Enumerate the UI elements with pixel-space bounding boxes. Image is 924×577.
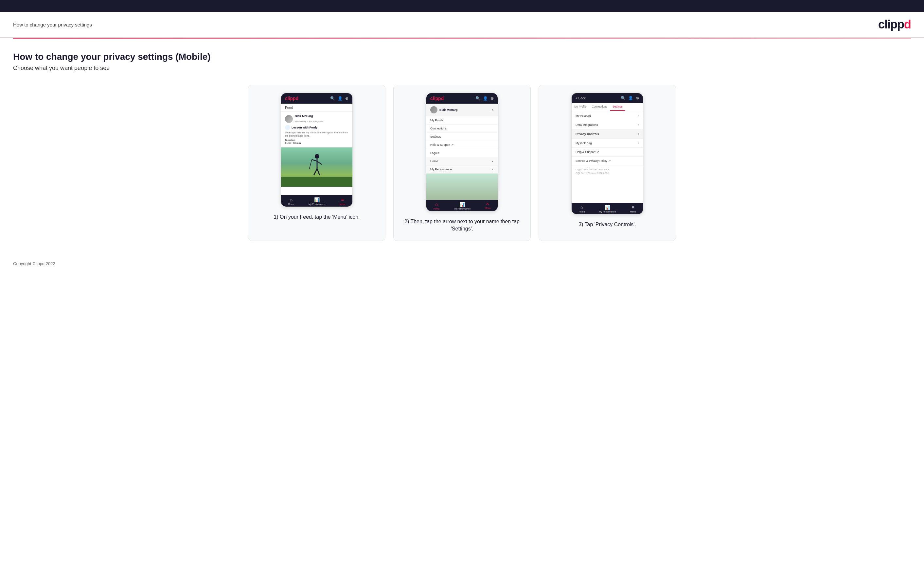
performance-label-1: My Performance [309, 203, 325, 205]
phone-logo-2: clippd [430, 96, 444, 101]
settings-item-account[interactable]: My Account › [572, 111, 643, 120]
menu-item-help: Help & Support ↗ [426, 141, 498, 149]
menu-performance-label: My Performance [430, 168, 452, 171]
footer: Copyright Clippd 2022 [0, 254, 924, 273]
tab-settings[interactable]: Settings [610, 103, 625, 111]
logo: clippd [878, 18, 911, 31]
settings-service-label: Service & Privacy Policy ↗ [575, 159, 611, 163]
tab-myprofile[interactable]: My Profile [572, 103, 589, 111]
svg-line-6 [309, 160, 312, 169]
feed-tab: Feed [281, 104, 352, 112]
phone-mockup-2: clippd 🔍 👤 ⊕ Blair McHarg ∧ [426, 93, 498, 211]
tab-connections[interactable]: Connections [589, 103, 610, 111]
home-label-1: Home [288, 203, 294, 205]
menu-icon-3: ≡ [632, 205, 634, 210]
footer-copyright: Copyright Clippd 2022 [13, 261, 55, 266]
step-caption-1: 1) On your Feed, tap the 'Menu' icon. [273, 213, 360, 221]
header-title: How to change your privacy settings [13, 22, 92, 27]
home-icon-1: ⌂ [290, 197, 292, 202]
search-icon-2: 🔍 [475, 96, 480, 101]
nav-menu-1: ≡ Menu [340, 197, 346, 205]
performance-icon-2: 📊 [459, 202, 465, 207]
menu-item-profile: My Profile [426, 116, 498, 124]
lesson-icon [285, 125, 290, 130]
settings-data-label: Data Integrations [575, 123, 598, 127]
logo-text: clipp [878, 18, 904, 31]
menu-label-1: Menu [340, 203, 346, 205]
nav-home-2: ⌂ Home [433, 202, 440, 210]
phone-bottom-nav-3: ⌂ Home 📊 My Performance ≡ Menu [572, 203, 643, 214]
nav-home-1: ⌂ Home [288, 197, 294, 205]
step-card-1: clippd 🔍 👤 ⊕ Feed Blair McHarg [248, 85, 385, 241]
settings-account-label: My Account [575, 114, 591, 118]
phone-nav-2: clippd 🔍 👤 ⊕ [426, 93, 498, 104]
nav-performance-1: 📊 My Performance [309, 197, 325, 205]
menu-section-performance: My Performance ∨ [426, 165, 498, 174]
menu-user-name: Blair McHarg [439, 108, 458, 111]
post-avatar [285, 115, 293, 123]
settings-item-bag[interactable]: My Golf Bag › [572, 139, 643, 148]
settings-account-chevron: › [638, 114, 639, 118]
performance-label-2: My Performance [454, 208, 470, 210]
search-icon-3: 🔍 [621, 96, 625, 100]
menu-home-chevron: ∨ [491, 160, 494, 163]
phone-mockup-1: clippd 🔍 👤 ⊕ Feed Blair McHarg [281, 93, 353, 207]
menu-icon-1: ≡ [341, 197, 344, 202]
menu-item-connections: Connections [426, 124, 498, 133]
home-label-2: Home [433, 208, 440, 210]
phone-content-3: My Account › Data Integrations › Privacy… [572, 111, 643, 203]
post-meta: Blair McHarg Yesterday · Sunningdale [295, 114, 323, 124]
menu-item-logout: Logout [426, 149, 498, 157]
menu-chevron-up: ∧ [491, 108, 494, 112]
settings-icon-1: ⊕ [345, 96, 349, 101]
phone-mockup-3: < Back 🔍 👤 ⊕ My Profile Connections Sett… [571, 93, 643, 214]
post-name: Blair McHarg [295, 114, 323, 118]
menu-label-3: Menu [630, 211, 636, 213]
nav-performance-2: 📊 My Performance [454, 202, 470, 210]
settings-privacy-label: Privacy Controls [575, 132, 599, 136]
user-icon-3: 👤 [628, 96, 633, 100]
settings-item-help[interactable]: Help & Support ↗ [572, 148, 643, 156]
lesson-title: Lesson with Fordy [292, 126, 318, 129]
phone-bottom-nav-1: ⌂ Home 📊 My Performance ≡ Menu [281, 195, 352, 206]
settings-data-chevron: › [638, 123, 639, 127]
phone-logo-1: clippd [285, 96, 299, 101]
svg-line-4 [314, 169, 317, 175]
settings-help-label: Help & Support ↗ [575, 150, 599, 154]
post-header: Blair McHarg Yesterday · Sunningdale [285, 114, 349, 124]
menu-section: Home ∨ My Performance ∨ [426, 157, 498, 174]
close-icon-2: ✕ [486, 202, 489, 206]
top-bar [0, 0, 924, 12]
performance-icon-3: 📊 [605, 205, 610, 210]
menu-user-row: Blair McHarg ∧ [426, 104, 498, 116]
svg-point-0 [315, 154, 319, 158]
phone-bottom-nav-2: ⌂ Home 📊 My Performance ✕ Menu [426, 200, 498, 211]
main-content: How to change your privacy settings (Mob… [0, 39, 924, 247]
lesson-row: Lesson with Fordy [285, 125, 349, 130]
home-label-3: Home [579, 211, 585, 213]
performance-icon-1: 📊 [314, 197, 320, 202]
home-icon-2: ⌂ [435, 202, 438, 207]
step-card-3: < Back 🔍 👤 ⊕ My Profile Connections Sett… [539, 85, 676, 241]
nav-home-3: ⌂ Home [579, 205, 585, 213]
version-server: GQL Server Version: 2022.7.30-1 [575, 172, 639, 175]
post-duration-label: Duration [285, 139, 349, 142]
step-caption-2: 2) Then, tap the arrow next to your name… [401, 218, 523, 233]
svg-line-2 [312, 160, 317, 161]
phone-content-2: Blair McHarg ∧ My Profile Connections Se… [426, 104, 498, 200]
settings-version: Clippd Client Version: 2022.8.3-3 GQL Se… [572, 165, 643, 177]
menu-label-2: Menu [485, 207, 491, 209]
settings-item-privacy[interactable]: Privacy Controls › [572, 129, 643, 139]
page-subheading: Choose what you want people to see [13, 65, 911, 72]
settings-item-data[interactable]: Data Integrations › [572, 120, 643, 129]
settings-item-service[interactable]: Service & Privacy Policy ↗ [572, 156, 643, 165]
header: How to change your privacy settings clip… [0, 12, 924, 38]
search-icon-1: 🔍 [330, 96, 335, 101]
step-caption-3: 3) Tap 'Privacy Controls'. [578, 221, 636, 228]
steps-container: clippd 🔍 👤 ⊕ Feed Blair McHarg [13, 85, 911, 241]
settings-icon-3: ⊕ [636, 96, 639, 100]
menu-item-settings: Settings [426, 133, 498, 141]
settings-bag-chevron: › [638, 141, 639, 145]
step-card-2: clippd 🔍 👤 ⊕ Blair McHarg ∧ [393, 85, 531, 241]
post-item: Blair McHarg Yesterday · Sunningdale Les… [281, 112, 352, 147]
